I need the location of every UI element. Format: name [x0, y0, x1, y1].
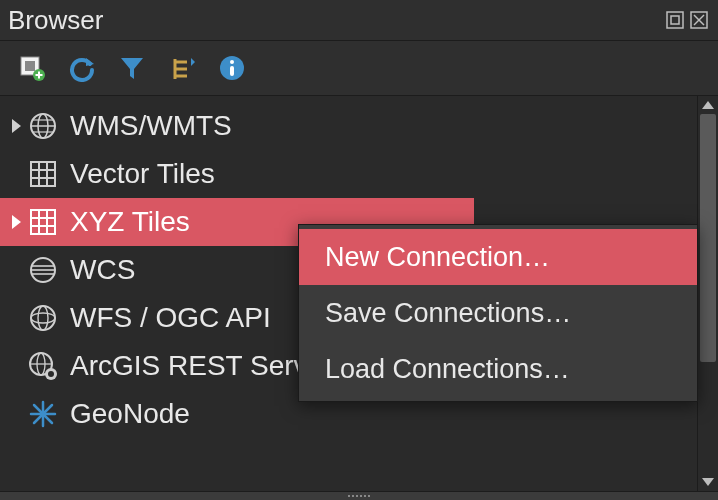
expand-icon[interactable]: [12, 119, 21, 133]
globe-wire-icon: [26, 301, 60, 335]
context-menu: New Connection… Save Connections… Load C…: [298, 224, 698, 402]
svg-rect-1: [671, 16, 679, 24]
svg-point-18: [230, 60, 234, 64]
grid-red-icon: [26, 205, 60, 239]
add-layer-icon[interactable]: [18, 54, 46, 82]
filter-icon[interactable]: [118, 54, 146, 82]
undock-icon[interactable]: [666, 11, 684, 29]
svg-rect-6: [25, 61, 35, 71]
snowflake-icon: [26, 397, 60, 431]
svg-point-41: [38, 306, 48, 330]
scroll-thumb[interactable]: [700, 114, 716, 362]
svg-point-40: [31, 313, 55, 323]
browser-panel: Browser: [0, 0, 718, 500]
scroll-down-icon[interactable]: [698, 473, 718, 491]
svg-point-46: [48, 371, 54, 377]
context-menu-item-label: Load Connections…: [325, 354, 570, 385]
scroll-up-icon[interactable]: [698, 96, 718, 114]
svg-marker-16: [191, 58, 195, 66]
svg-rect-30: [31, 210, 55, 234]
svg-marker-10: [86, 58, 94, 66]
context-menu-item-label: Save Connections…: [325, 298, 571, 329]
globe-lines-icon: [26, 253, 60, 287]
panel-resize-grip[interactable]: [0, 491, 718, 500]
globe-badge-icon: [26, 349, 60, 383]
collapse-all-icon[interactable]: [168, 54, 196, 82]
svg-rect-0: [667, 12, 683, 28]
tree-item-label: GeoNode: [70, 398, 190, 430]
context-menu-item-label: New Connection…: [325, 242, 550, 273]
panel-title: Browser: [8, 5, 103, 36]
properties-icon[interactable]: [218, 54, 246, 82]
close-panel-icon[interactable]: [690, 11, 708, 29]
panel-titlebar: Browser: [0, 0, 718, 41]
svg-rect-25: [31, 162, 55, 186]
svg-point-39: [31, 306, 55, 330]
grid-icon: [26, 157, 60, 191]
panel-window-buttons: [666, 11, 708, 29]
tree-item-label: WFS / OGC API: [70, 302, 271, 334]
svg-rect-19: [230, 66, 234, 76]
svg-marker-11: [121, 58, 143, 79]
tree-item-vector-tiles[interactable]: Vector Tiles: [0, 150, 697, 198]
tree-item-label: WMS/WMTS: [70, 110, 232, 142]
refresh-icon[interactable]: [68, 54, 96, 82]
tree-item-label: Vector Tiles: [70, 158, 215, 190]
vertical-scrollbar[interactable]: [697, 96, 718, 491]
tree-item-label: WCS: [70, 254, 135, 286]
context-menu-load-connections[interactable]: Load Connections…: [299, 341, 697, 397]
context-menu-new-connection[interactable]: New Connection…: [299, 229, 697, 285]
context-menu-save-connections[interactable]: Save Connections…: [299, 285, 697, 341]
globe-grid-icon: [26, 109, 60, 143]
tree-item-label: XYZ Tiles: [70, 206, 190, 238]
browser-body: WMS/WMTS Vector Tiles: [0, 95, 718, 491]
browser-toolbar: [0, 41, 718, 95]
tree-item-wms-wmts[interactable]: WMS/WMTS: [0, 102, 697, 150]
expand-icon[interactable]: [12, 215, 21, 229]
